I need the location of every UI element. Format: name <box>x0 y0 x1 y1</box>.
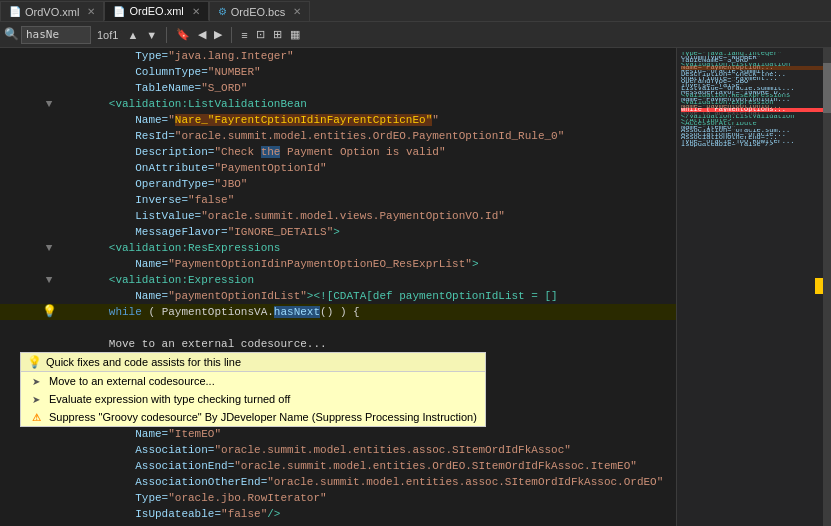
code-line: ▼ <validation:ResExpressions <box>0 240 676 256</box>
fold-icon[interactable] <box>42 128 56 144</box>
close-icon[interactable]: ✕ <box>192 6 200 17</box>
tab-bar: 📄 OrdVO.xml ✕ 📄 OrdEO.xml ✕ ⚙ OrdEO.bcs … <box>0 0 831 22</box>
close-icon[interactable]: ✕ <box>293 6 301 17</box>
format-button[interactable]: ≡ <box>238 28 250 42</box>
code-line: IsUpdateable="false"/> <box>0 506 676 522</box>
match-count: 1of1 <box>97 29 118 41</box>
code-line: AssociationEnd="oracle.summit.model.enti… <box>0 458 676 474</box>
fold-icon[interactable]: ▼ <box>42 272 56 288</box>
yellow-scroll-marker <box>815 278 823 294</box>
tooltip-body: ➤ Move to an external codesource... ➤ Ev… <box>20 372 486 427</box>
tooltip-item-label: Suppress "Groovy codesource" By JDevelop… <box>49 411 477 423</box>
scrollbar-thumb[interactable] <box>823 63 831 113</box>
next-bookmark-button[interactable]: ▶ <box>211 27 225 42</box>
code-content: AssociationEnd="oracle.summit.model.enti… <box>56 458 674 474</box>
fold-icon[interactable] <box>42 192 56 208</box>
fold-icon[interactable] <box>42 80 56 96</box>
code-line: Name="Nare_"FayrentCptionIdinFayrentCpti… <box>0 112 676 128</box>
code-editor[interactable]: Type="java.lang.Integer" ColumnType="NUM… <box>0 48 676 526</box>
table-button[interactable]: ▦ <box>287 27 303 42</box>
code-content: OnAttribute="PaymentOptionId" <box>56 160 674 176</box>
code-content: TableName="S_ORD" <box>56 80 674 96</box>
fold-icon[interactable] <box>42 144 56 160</box>
code-content: Type="oracle.jbo.RowIterator" <box>56 490 674 506</box>
fold-icon[interactable] <box>42 160 56 176</box>
code-content: Name="ItemEO" <box>56 426 674 442</box>
fold-icon[interactable] <box>42 426 56 442</box>
divider <box>166 27 167 43</box>
search-box <box>21 26 91 44</box>
arrow-right-icon: ➤ <box>29 374 43 388</box>
fold-icon[interactable] <box>42 224 56 240</box>
code-content: AssociationOtherEnd="oracle.summit.model… <box>56 474 674 490</box>
fold-icon[interactable] <box>42 176 56 192</box>
code-content: ListValue="oracle.summit.model.views.Pay… <box>56 208 674 224</box>
code-content: ColumnType="NUMBER" <box>56 64 674 80</box>
tooltip-item-move[interactable]: ➤ Move to an external codesource... <box>21 372 485 390</box>
fold-icon <box>42 320 56 336</box>
code-line: ResId="oracle.summit.model.entities.OrdE… <box>0 128 676 144</box>
tooltip-header: 💡 Quick fixes and code assists for this … <box>20 352 486 372</box>
warning-icon: ⚠ <box>29 410 43 424</box>
code-line: ▼ <validation:ListValidationBean <box>0 96 676 112</box>
tab-label: OrdVO.xml <box>25 6 79 18</box>
code-line: ListValue="oracle.summit.model.views.Pay… <box>0 208 676 224</box>
file-icon: ⚙ <box>218 6 227 17</box>
fold-icon[interactable] <box>42 208 56 224</box>
code-line: Type="oracle.jbo.RowIterator" <box>0 490 676 506</box>
code-content: Name="PaymentOptionIdinPaymentOptionEO_R… <box>56 256 674 272</box>
fold-icon[interactable] <box>42 256 56 272</box>
code-content: Name="paymentOptionIdList"><![CDATA[def … <box>56 288 674 304</box>
code-line: OnAttribute="PaymentOptionId" <box>0 160 676 176</box>
arrow-right-icon: ➤ <box>29 392 43 406</box>
code-line: MessageFlavor="IGNORE_DETAILS"> <box>0 224 676 240</box>
fold-icon[interactable] <box>42 288 56 304</box>
fold-icon[interactable] <box>42 64 56 80</box>
code-line: TableName="S_ORD" <box>0 80 676 96</box>
fold-icon[interactable] <box>42 474 56 490</box>
right-panel: Type="java.lang.Integer" ColumnType="NUM… <box>676 48 831 526</box>
lightbulb-icon[interactable]: 💡 <box>42 304 56 320</box>
code-line: Type="java.lang.Integer" <box>0 48 676 64</box>
tooltip-item-suppress[interactable]: ⚠ Suppress "Groovy codesource" By JDevel… <box>21 408 485 426</box>
fold-icon[interactable] <box>42 458 56 474</box>
fold-icon[interactable] <box>42 112 56 128</box>
prev-match-button[interactable]: ▲ <box>124 28 141 42</box>
search-icon: 🔍 <box>4 27 19 42</box>
tab-ordeo[interactable]: 📄 OrdEO.xml ✕ <box>104 1 208 21</box>
code-line: Description="Check the Payment Option is… <box>0 144 676 160</box>
next-match-button[interactable]: ▼ <box>143 28 160 42</box>
bookmark-button[interactable]: 🔖 <box>173 27 193 42</box>
code-content: while ( PaymentOptionsVA.hasNext() ) { <box>56 304 674 320</box>
main-area: Type="java.lang.Integer" ColumnType="NUM… <box>0 48 831 526</box>
code-content: OperandType="JBO" <box>56 176 674 192</box>
code-content: <validation:ListValidationBean <box>56 96 674 112</box>
fold-icon[interactable]: ▼ <box>42 240 56 256</box>
tooltip-title: Quick fixes and code assists for this li… <box>46 356 241 368</box>
fold-icon[interactable] <box>42 506 56 522</box>
search-input[interactable] <box>26 28 86 41</box>
code-content: Association="oracle.summit.model.entitie… <box>56 442 674 458</box>
code-line: ▼ <validation:Expression <box>0 272 676 288</box>
tab-ordvo[interactable]: 📄 OrdVO.xml ✕ <box>0 1 104 21</box>
fold-icon[interactable] <box>42 48 56 64</box>
fold-icon[interactable] <box>42 442 56 458</box>
close-icon[interactable]: ✕ <box>87 6 95 17</box>
fold-icon <box>42 336 56 352</box>
scrollbar-track[interactable] <box>823 48 831 526</box>
toolbar: 🔍 1of1 ▲ ▼ 🔖 ◀ ▶ ≡ ⊡ ⊞ ▦ <box>0 22 831 48</box>
tab-ordbcs[interactable]: ⚙ OrdEO.bcs ✕ <box>209 1 310 21</box>
grid-button[interactable]: ⊞ <box>270 27 285 42</box>
fold-icon[interactable] <box>42 490 56 506</box>
tooltip-item-evaluate[interactable]: ➤ Evaluate expression with type checking… <box>21 390 485 408</box>
fold-icon[interactable]: ▼ <box>42 96 56 112</box>
tooltip-popup: 💡 Quick fixes and code assists for this … <box>20 352 486 427</box>
select-button[interactable]: ⊡ <box>253 27 268 42</box>
prev-bookmark-button[interactable]: ◀ <box>195 27 209 42</box>
code-line: Association="oracle.summit.model.entitie… <box>0 442 676 458</box>
code-content: Move to an external codesource... <box>56 336 674 352</box>
divider2 <box>231 27 232 43</box>
code-line: AssociationOtherEnd="oracle.summit.model… <box>0 474 676 490</box>
code-line: Name="paymentOptionIdList"><![CDATA[def … <box>0 288 676 304</box>
tooltip-item-label: Move to an external codesource... <box>49 375 215 387</box>
